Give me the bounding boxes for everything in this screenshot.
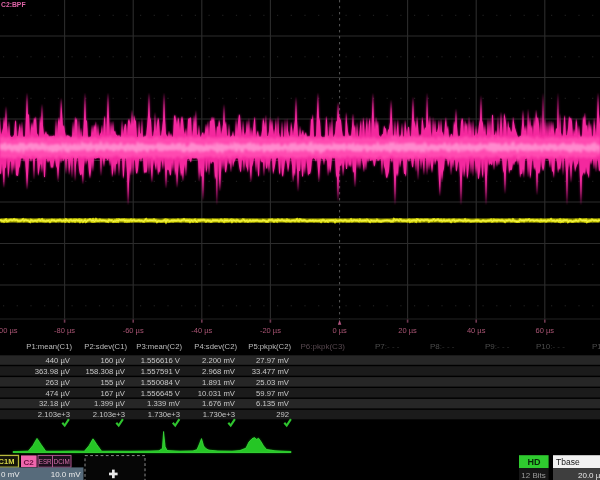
svg-text:P2:sdev(C1): P2:sdev(C1) xyxy=(84,342,127,351)
svg-text:-100 µs: -100 µs xyxy=(0,326,18,335)
svg-text:P5:pkpk(C2): P5:pkpk(C2) xyxy=(248,342,291,351)
svg-text:DCIM: DCIM xyxy=(54,458,70,465)
svg-text:40 µs: 40 µs xyxy=(467,326,486,335)
svg-text:-60 µs: -60 µs xyxy=(123,326,144,335)
svg-text:25.03 mV: 25.03 mV xyxy=(256,378,290,387)
svg-text:0 mV: 0 mV xyxy=(1,470,20,479)
svg-text:292: 292 xyxy=(276,410,289,419)
svg-text:440 µV: 440 µV xyxy=(45,356,70,365)
svg-text:32.18 µV: 32.18 µV xyxy=(39,399,71,408)
svg-text:2.103e+3: 2.103e+3 xyxy=(38,410,70,419)
svg-text:2.103e+3: 2.103e+3 xyxy=(93,410,125,419)
svg-text:-20 µs: -20 µs xyxy=(260,326,281,335)
svg-text:C2:BPF: C2:BPF xyxy=(1,1,26,8)
svg-text:P7:- - -: P7:- - - xyxy=(375,342,400,351)
svg-text:HD: HD xyxy=(528,457,541,467)
svg-text:60 µs: 60 µs xyxy=(536,326,555,335)
svg-text:1.730e+3: 1.730e+3 xyxy=(148,410,180,419)
svg-text:P6:pkpk(C3): P6:pkpk(C3) xyxy=(301,342,346,351)
svg-text:-40 µs: -40 µs xyxy=(191,326,212,335)
svg-text:6.135 mV: 6.135 mV xyxy=(256,399,290,408)
svg-text:-80 µs: -80 µs xyxy=(54,326,75,335)
svg-text:P4:sdev(C2): P4:sdev(C2) xyxy=(194,342,237,351)
svg-text:P1:mean(C1): P1:mean(C1) xyxy=(26,342,72,351)
svg-text:1.556616 V: 1.556616 V xyxy=(141,356,181,365)
svg-text:P1:- - -: P1:- - - xyxy=(592,342,600,351)
svg-text:P9:- - -: P9:- - - xyxy=(485,342,510,351)
svg-text:10.031 mV: 10.031 mV xyxy=(198,389,236,398)
svg-text:27.97 mV: 27.97 mV xyxy=(256,356,290,365)
svg-text:C1M: C1M xyxy=(0,457,14,466)
svg-text:20 µs: 20 µs xyxy=(398,326,417,335)
svg-text:1.399 µV: 1.399 µV xyxy=(94,399,126,408)
svg-text:363.98 µV: 363.98 µV xyxy=(35,367,71,376)
svg-text:263 µV: 263 µV xyxy=(45,378,70,387)
svg-text:1.339 mV: 1.339 mV xyxy=(147,399,181,408)
svg-text:2.200 mV: 2.200 mV xyxy=(202,356,236,365)
svg-text:155 µV: 155 µV xyxy=(100,378,125,387)
svg-text:20.0 µs: 20.0 µs xyxy=(578,471,600,480)
svg-text:12 Bits: 12 Bits xyxy=(521,471,545,480)
svg-text:P3:mean(C2): P3:mean(C2) xyxy=(136,342,182,351)
svg-text:1.557591 V: 1.557591 V xyxy=(141,367,181,376)
svg-text:C2: C2 xyxy=(24,458,35,467)
svg-text:59.97 mV: 59.97 mV xyxy=(256,389,290,398)
svg-text:1.556645 V: 1.556645 V xyxy=(141,389,181,398)
svg-text:474 µV: 474 µV xyxy=(45,389,70,398)
svg-text:0 µs: 0 µs xyxy=(332,326,347,335)
svg-text:2.968 mV: 2.968 mV xyxy=(202,367,236,376)
svg-text:10.0 mV: 10.0 mV xyxy=(51,470,81,479)
svg-text:33.477 mV: 33.477 mV xyxy=(252,367,290,376)
svg-text:Tbase: Tbase xyxy=(556,457,580,467)
svg-text:1.730e+3: 1.730e+3 xyxy=(203,410,235,419)
svg-text:P8:- - -: P8:- - - xyxy=(430,342,455,351)
svg-text:167 µV: 167 µV xyxy=(100,389,125,398)
svg-text:160 µV: 160 µV xyxy=(100,356,125,365)
svg-text:158.308 µV: 158.308 µV xyxy=(86,367,126,376)
svg-text:P10:- - -: P10:- - - xyxy=(536,342,565,351)
svg-text:1.676 mV: 1.676 mV xyxy=(202,399,236,408)
svg-text:1.550084 V: 1.550084 V xyxy=(141,378,181,387)
svg-text:ESR: ESR xyxy=(39,458,52,465)
svg-text:1.891 mV: 1.891 mV xyxy=(202,378,236,387)
